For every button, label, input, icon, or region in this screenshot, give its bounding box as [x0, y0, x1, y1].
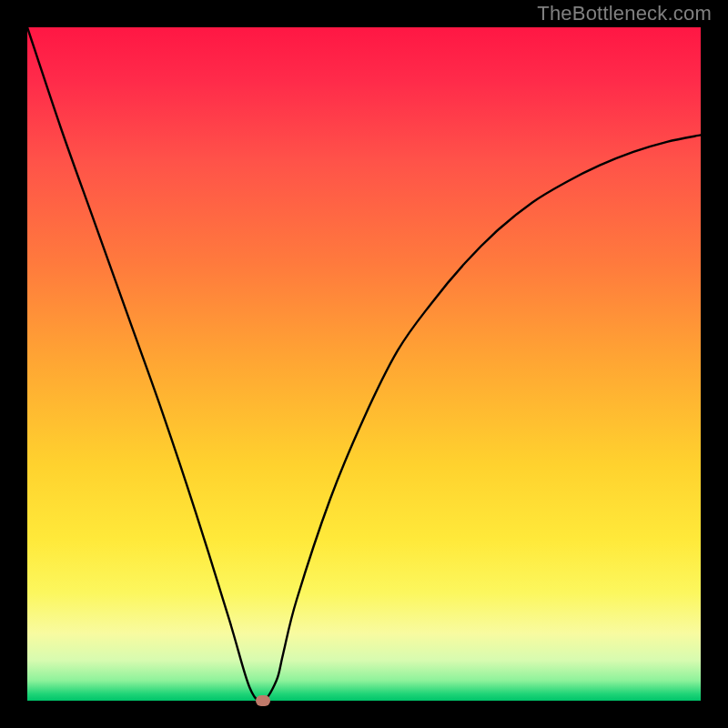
optimal-point-marker [256, 695, 270, 706]
plot-area [27, 27, 701, 701]
bottleneck-curve [27, 27, 701, 701]
chart-frame: TheBottleneck.com [0, 0, 728, 728]
attribution-text: TheBottleneck.com [537, 2, 712, 25]
